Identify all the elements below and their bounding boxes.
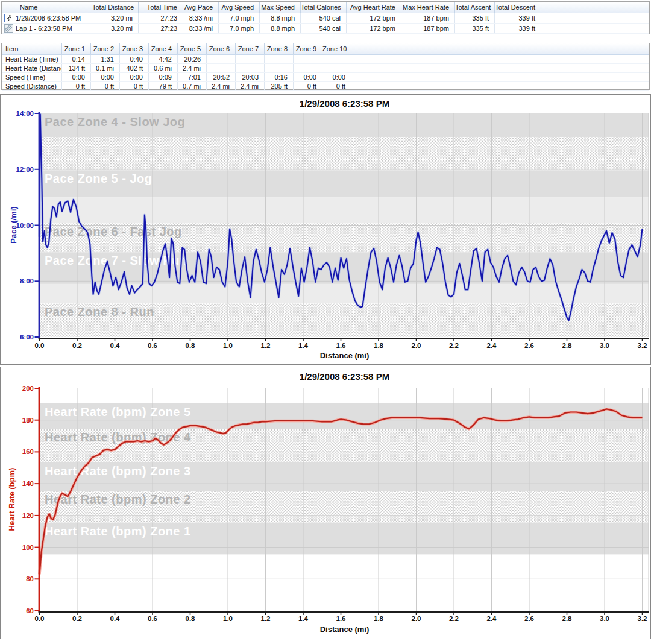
cell-total-descent: 339 ft	[495, 13, 541, 23]
cell-zone-8: 205 ft	[265, 82, 294, 90]
row-label: Heart Rate (Distance)	[2, 64, 62, 72]
cell-total-time: 27:23	[139, 13, 183, 23]
summary-row-1[interactable]: 1/29/2008 6:23:58 PM3.20 mi27:238:33 /mi…	[2, 13, 649, 24]
column-header-total-calories[interactable]: Total Calories	[301, 2, 347, 13]
cell-zone-4: 4:42	[149, 55, 178, 63]
row-label: Heart Rate (Time)	[2, 55, 62, 63]
column-header-max-speed[interactable]: Max Speed	[260, 2, 301, 13]
column-header-zone-9[interactable]: Zone 9	[294, 43, 322, 54]
cell-zone-1: 134 ft	[62, 64, 91, 72]
cell-zone-7	[236, 64, 265, 72]
cell-zone-4: 0:09	[149, 73, 178, 81]
cell-avg-heart-rate: 172 bpm	[347, 13, 401, 23]
column-header-filler	[541, 2, 649, 13]
column-header-zone-10[interactable]: Zone 10	[322, 43, 351, 54]
zone-summary-table: ItemZone 1Zone 2Zone 3Zone 4Zone 5Zone 6…	[1, 43, 650, 90]
zone-row-heart-rate-distance-[interactable]: Heart Rate (Distance)134 ft0.1 mi402 ft0…	[2, 64, 649, 73]
heart-rate-chart-panel	[0, 367, 651, 639]
heart-rate-chart-x-axis-label: Distance (mi)	[40, 625, 649, 634]
column-header-zone-1[interactable]: Zone 1	[62, 43, 91, 54]
row-label: Speed (Time)	[2, 73, 62, 81]
cell-zone-9	[294, 64, 322, 72]
cell-filler	[541, 13, 649, 23]
column-header-zone-6[interactable]: Zone 6	[207, 43, 236, 54]
cell-zone-2: 0:00	[91, 73, 120, 81]
cell-avg-speed: 7.0 mph	[219, 13, 260, 23]
zone-row-speed-distance-[interactable]: Speed (Distance)0 ft0 ft0 ft79 ft0.7 mi2…	[2, 82, 649, 91]
cell-zone-4: 79 ft	[149, 82, 178, 90]
pace-chart-x-axis-label: Distance (mi)	[40, 351, 649, 360]
column-header-filler	[351, 43, 649, 54]
cell-zone-9: 0:00	[294, 73, 322, 81]
cell-zone-6	[207, 64, 236, 72]
cell-max-speed: 8.8 mph	[260, 13, 301, 23]
cell-zone-3: 0 ft	[120, 82, 149, 90]
cell-zone-8	[265, 55, 294, 63]
cell-zone-10: 0 ft	[322, 82, 351, 90]
column-header-total-distance[interactable]: Total Distance	[92, 2, 139, 13]
column-header-zone-7[interactable]: Zone 7	[236, 43, 265, 54]
heart-rate-chart-y-axis-label: Heart Rate (bpm)	[7, 468, 16, 531]
runner-icon	[4, 14, 13, 22]
cell-avg-pace: 8:33 /mi	[183, 24, 219, 33]
pace-chart-panel	[0, 94, 651, 365]
column-header-zone-5[interactable]: Zone 5	[178, 43, 207, 54]
cell-zone-7: 2.4 mi	[236, 82, 265, 90]
cell-filler	[351, 82, 649, 90]
cell-zone-5: 7:01	[178, 73, 207, 81]
column-header-item[interactable]: Item	[2, 43, 62, 54]
activity-summary-table: NameTotal DistanceTotal TimeAvg PaceAvg …	[1, 1, 650, 34]
cell-avg-speed: 7.0 mph	[219, 24, 260, 33]
zone-row-speed-time-[interactable]: Speed (Time)0:000:000:000:097:0120:5220:…	[2, 73, 649, 82]
column-header-name[interactable]: Name	[2, 2, 92, 13]
cell-total-ascent: 335 ft	[455, 24, 495, 33]
name-cell: 1/29/2008 6:23:58 PM	[2, 13, 92, 23]
cell-total-descent: 339 ft	[495, 24, 541, 33]
cell-zone-5: 2.4 mi	[178, 64, 207, 72]
summary-row-2[interactable]: Lap 1 - 6:23:58 PM3.20 mi27:238:33 /mi7.…	[2, 24, 649, 34]
column-header-zone-8[interactable]: Zone 8	[265, 43, 294, 54]
column-header-avg-speed[interactable]: Avg Speed	[219, 2, 260, 13]
cell-zone-1: 0:14	[62, 55, 91, 63]
column-header-max-heart-rate[interactable]: Max Heart Rate	[401, 2, 455, 13]
cell-zone-2: 1:31	[91, 55, 120, 63]
cell-total-ascent: 335 ft	[455, 13, 495, 23]
column-header-zone-4[interactable]: Zone 4	[149, 43, 178, 54]
cell-zone-6	[207, 55, 236, 63]
heart-rate-chart-title: 1/29/2008 6:23:58 PM	[40, 371, 649, 382]
cell-zone-3: 0:40	[120, 55, 149, 63]
cell-total-distance: 3.20 mi	[92, 24, 139, 33]
cell-zone-3: 0:00	[120, 73, 149, 81]
pace-chart-y-axis-label: Pace (/mi)	[9, 206, 18, 243]
cell-zone-9: 0 ft	[294, 82, 322, 90]
column-header-total-ascent[interactable]: Total Ascent	[455, 2, 495, 13]
name-cell: Lap 1 - 6:23:58 PM	[2, 24, 92, 33]
cell-zone-10	[322, 64, 351, 72]
column-header-total-time[interactable]: Total Time	[139, 2, 183, 13]
cell-avg-heart-rate: 172 bpm	[347, 24, 401, 33]
zone-row-heart-rate-time-[interactable]: Heart Rate (Time)0:141:310:404:4220:26	[2, 55, 649, 64]
cell-zone-1: 0:00	[62, 73, 91, 81]
cell-total-distance: 3.20 mi	[92, 13, 139, 23]
cell-zone-5: 0.7 mi	[178, 82, 207, 90]
zone-table-header: ItemZone 1Zone 2Zone 3Zone 4Zone 5Zone 6…	[2, 43, 649, 55]
column-header-avg-pace[interactable]: Avg Pace	[183, 2, 219, 13]
cell-zone-8: 0:16	[265, 73, 294, 81]
cell-zone-4: 0.6 mi	[149, 64, 178, 72]
cell-total-time: 27:23	[139, 24, 183, 33]
cell-zone-9	[294, 55, 322, 63]
cell-avg-pace: 8:33 /mi	[183, 13, 219, 23]
cell-zone-10	[322, 55, 351, 63]
column-header-avg-heart-rate[interactable]: Avg Heart Rate	[347, 2, 401, 13]
cell-zone-8	[265, 64, 294, 72]
cell-zone-6: 20:52	[207, 73, 236, 81]
pace-chart-title: 1/29/2008 6:23:58 PM	[40, 98, 649, 109]
cell-zone-1: 0 ft	[62, 82, 91, 90]
cell-filler	[351, 64, 649, 72]
cell-zone-6: 2.4 mi	[207, 82, 236, 90]
cell-filler	[351, 73, 649, 81]
summary-table-header: NameTotal DistanceTotal TimeAvg PaceAvg …	[2, 2, 649, 13]
column-header-total-descent[interactable]: Total Descent	[495, 2, 541, 13]
column-header-zone-2[interactable]: Zone 2	[91, 43, 120, 54]
column-header-zone-3[interactable]: Zone 3	[120, 43, 149, 54]
